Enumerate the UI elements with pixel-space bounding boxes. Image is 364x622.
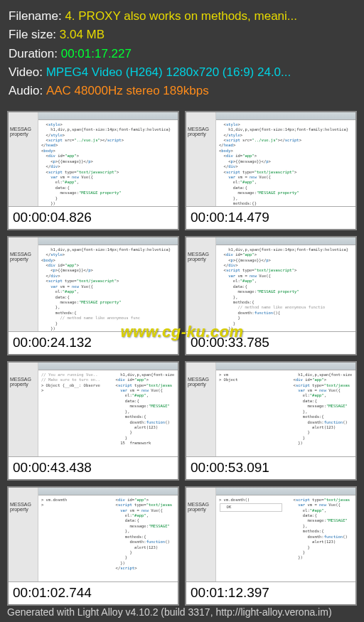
editor-sidebar: MESSAG property (9, 488, 38, 581)
code-editor-right: <script type="text/javas var vm = new Vu… (286, 488, 355, 581)
filesize-label: File size: (9, 26, 60, 44)
thumbnail[interactable]: MESSAG property h1,div,p,span{font-size:… (7, 236, 179, 355)
audio-value: AAC 48000Hz stereo 189kbps (46, 82, 209, 100)
editor-sidebar: MESSAG property (9, 237, 38, 331)
timestamp: 00:00:53.091 (186, 456, 355, 479)
thumbnail-image: MESSAG property h1,div,p,span{font-size:… (186, 237, 355, 331)
code-editor: <style> h1,div,p,span{font-size:14px;fon… (216, 112, 355, 206)
editor-sidebar: MESSAG property (186, 363, 216, 456)
code-editor-right: h1,div,p,span{font-size <div id="app"> <… (286, 363, 355, 456)
thumbnail-image: MESSAG property <style> h1,div,p,span{fo… (9, 112, 178, 206)
duration-row: Duration: 00:01:17.227 (9, 45, 355, 63)
editor-sidebar: MESSAG property (186, 237, 216, 331)
editor-sidebar: MESSAG property (186, 112, 216, 206)
thumbnail[interactable]: MESSAG property h1,div,p,span{font-size:… (185, 236, 357, 355)
thumbnail-image: MESSAG property > vm.dosmth() OK <script… (186, 488, 355, 581)
timestamp: 00:00:43.438 (9, 456, 178, 479)
timestamp: 00:00:14.479 (186, 206, 355, 229)
filesize-row: File size: 3.04 MB (9, 26, 355, 44)
code-editor: h1,div,p,span{font-size:14px;font-family… (216, 237, 355, 331)
code-editor-right: h1,div,p,span{font-size <div id="app"> <… (108, 363, 178, 456)
thumbnail[interactable]: MESSAG property > vm > Object h1,div,p,s… (185, 361, 357, 481)
code-editor-left: // You are running Vue.. // Make sure to… (38, 363, 108, 456)
duration-value: 00:01:17.227 (61, 45, 132, 63)
thumbnail-image: MESSAG property > vm > Object h1,div,p,s… (186, 363, 355, 456)
code-editor: h1,div,p,span{font-size:14px;font-family… (38, 237, 178, 331)
footer-text: Generated with Light Alloy v4.10.2 (buil… (7, 606, 332, 618)
filename-label: Filename: (9, 7, 65, 26)
code-editor-left: > vm.dosmth > (38, 488, 108, 581)
editor-sidebar: MESSAG property (9, 112, 38, 206)
editor-sidebar: MESSAG property (186, 488, 216, 581)
video-label: Video: (9, 63, 46, 82)
audio-label: Audio: (9, 82, 46, 100)
thumbnail[interactable]: MESSAG property <style> h1,div,p,span{fo… (185, 111, 357, 230)
filename-row: Filename: 4. PROXY also works on methods… (9, 7, 355, 26)
video-value: MPEG4 Video (H264) 1280x720 (16:9) 24.0.… (46, 63, 291, 82)
code-editor-left: > vm > Object (216, 363, 286, 456)
timestamp: 00:00:24.132 (9, 331, 178, 354)
code-editor-left: > vm.dosmth() OK (216, 488, 286, 581)
timestamp: 00:01:02.744 (9, 581, 178, 604)
metadata-panel: Filename: 4. PROXY also works on methods… (0, 0, 364, 111)
video-row: Video: MPEG4 Video (H264) 1280x720 (16:9… (9, 63, 355, 82)
thumbnail-grid: MESSAG property <style> h1,div,p,span{fo… (0, 111, 364, 606)
thumbnail[interactable]: MESSAG property // You are running Vue..… (7, 361, 179, 481)
thumbnail-image: MESSAG property // You are running Vue..… (9, 363, 178, 456)
filename-value: 4. PROXY also works on methods, meani... (65, 7, 297, 26)
editor-sidebar: MESSAG property (9, 363, 38, 456)
timestamp: 00:01:12.397 (186, 581, 355, 604)
thumbnail-image: MESSAG property h1,div,p,span{font-size:… (9, 237, 178, 331)
timestamp: 00:00:33.785 (186, 331, 355, 354)
thumbnail-image: MESSAG property <style> h1,div,p,span{fo… (186, 112, 355, 206)
thumbnail-image: MESSAG property > vm.dosmth > <div id="a… (9, 488, 178, 581)
thumbnail[interactable]: MESSAG property > vm.dosmth() OK <script… (185, 486, 357, 606)
duration-label: Duration: (9, 45, 61, 63)
code-editor: <style> h1,div,p,span{font-size:14px;fon… (38, 112, 178, 206)
thumbnail[interactable]: MESSAG property <style> h1,div,p,span{fo… (7, 111, 179, 230)
filesize-value: 3.04 MB (60, 26, 105, 44)
code-editor-right: <div id="app"> <script type="text/javas … (108, 488, 178, 581)
audio-row: Audio: AAC 48000Hz stereo 189kbps (9, 82, 355, 100)
thumbnail[interactable]: MESSAG property > vm.dosmth > <div id="a… (7, 486, 179, 606)
timestamp: 00:00:04.826 (9, 206, 178, 229)
